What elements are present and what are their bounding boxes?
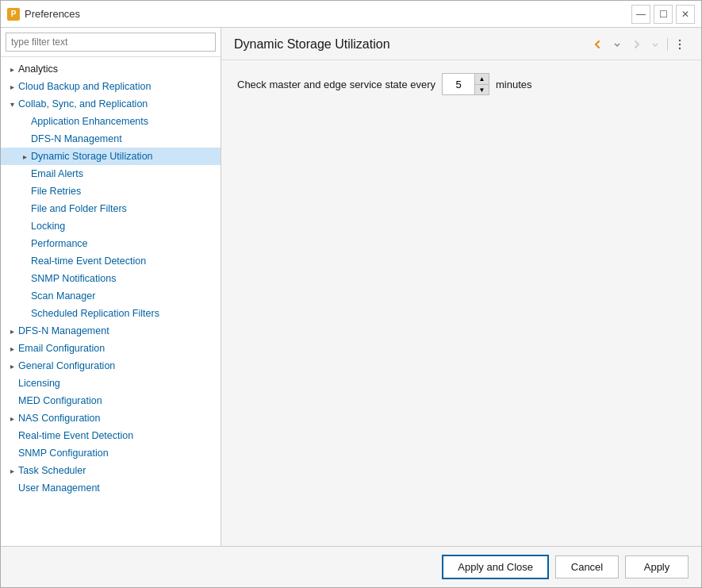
cancel-button[interactable]: Cancel xyxy=(555,555,619,578)
filter-input[interactable] xyxy=(6,33,216,52)
panel-header: Dynamic Storage Utilization xyxy=(221,28,701,60)
sidebar-item-label: Locking xyxy=(31,221,65,232)
sidebar-item-realtime-event-top[interactable]: Real-time Event Detection xyxy=(1,427,221,444)
sidebar-item-label: Scan Manager xyxy=(31,290,95,302)
close-button[interactable]: ✕ xyxy=(676,5,695,24)
sidebar-item-user-management[interactable]: User Management xyxy=(1,479,221,497)
spacer xyxy=(18,290,31,302)
sidebar-item-nas-config[interactable]: NAS Configuration xyxy=(1,409,221,427)
sidebar-item-dynamic-storage[interactable]: Dynamic Storage Utilization xyxy=(1,148,221,165)
preferences-window: P Preferences — ☐ ✕ Analytics C xyxy=(0,0,702,588)
arrow-icon xyxy=(6,359,18,372)
window-title: Preferences xyxy=(25,8,627,20)
window-controls: — ☐ ✕ xyxy=(631,5,695,24)
spinner-down-button[interactable]: ▼ xyxy=(474,84,489,94)
panel-body: Check master and edge service state ever… xyxy=(221,60,701,546)
menu-button[interactable] xyxy=(671,36,689,53)
arrow-icon xyxy=(6,80,18,93)
sidebar-item-snmp-notifications[interactable]: SNMP Notifications xyxy=(1,270,221,287)
spinner-buttons: ▲ ▼ xyxy=(474,74,489,94)
setting-label-before: Check master and edge service state ever… xyxy=(237,79,435,90)
sidebar-item-label: Collab, Sync, and Replication xyxy=(18,98,148,110)
sidebar-item-app-enhancements[interactable]: Application Enhancements xyxy=(1,113,221,130)
filter-wrap xyxy=(1,28,221,57)
sidebar-item-cloud-backup[interactable]: Cloud Backup and Replication xyxy=(1,78,221,95)
dropdown-arrow-icon xyxy=(613,40,621,48)
spacer xyxy=(18,272,31,285)
sidebar-item-email-config[interactable]: Email Configuration xyxy=(1,340,221,357)
sidebar-item-snmp-config[interactable]: SNMP Configuration xyxy=(1,444,221,462)
sidebar-item-label: Real-time Event Detection xyxy=(18,430,133,441)
spinner-up-button[interactable]: ▲ xyxy=(474,74,489,84)
sidebar-item-general-config[interactable]: General Configuration xyxy=(1,357,221,375)
sidebar-item-realtime-event[interactable]: Real-time Event Detection xyxy=(1,252,221,270)
sidebar-item-label: Email Configuration xyxy=(18,343,105,354)
spacer xyxy=(18,185,31,198)
minutes-spinner[interactable] xyxy=(443,74,474,94)
sidebar-item-label: Application Enhancements xyxy=(31,116,148,127)
arrow-icon xyxy=(6,325,18,337)
maximize-button[interactable]: ☐ xyxy=(654,5,673,24)
spacer xyxy=(18,237,31,250)
sidebar-item-scheduled-replication[interactable]: Scheduled Replication Filters xyxy=(1,305,221,322)
sidebar-item-file-retries[interactable]: File Retries xyxy=(1,183,221,200)
setting-label-after: minutes xyxy=(496,79,532,90)
sidebar-item-label: SNMP Notifications xyxy=(31,273,116,284)
title-bar: P Preferences — ☐ ✕ xyxy=(1,1,701,28)
spacer xyxy=(6,377,18,390)
tree: Analytics Cloud Backup and Replication C… xyxy=(1,57,221,546)
back-button[interactable] xyxy=(589,36,607,53)
arrow-icon xyxy=(6,342,18,355)
right-panel: Dynamic Storage Utilization xyxy=(221,28,701,546)
sidebar-item-med-config[interactable]: MED Configuration xyxy=(1,392,221,409)
minimize-button[interactable]: — xyxy=(631,5,650,24)
arrow-icon xyxy=(6,412,18,425)
sidebar-item-licensing[interactable]: Licensing xyxy=(1,375,221,392)
sidebar-item-collab-sync[interactable]: Collab, Sync, and Replication xyxy=(1,95,221,113)
svg-point-0 xyxy=(679,40,681,41)
svg-point-1 xyxy=(679,44,681,45)
app-icon: P xyxy=(7,8,20,21)
sidebar: Analytics Cloud Backup and Replication C… xyxy=(1,28,221,546)
sidebar-item-scan-manager[interactable]: Scan Manager xyxy=(1,287,221,305)
sidebar-item-locking[interactable]: Locking xyxy=(1,217,221,235)
forward-dropdown-button[interactable] xyxy=(646,36,664,53)
sidebar-item-label: NAS Configuration xyxy=(18,413,101,424)
arrow-icon xyxy=(6,98,18,110)
menu-icon xyxy=(674,39,685,50)
sidebar-item-label: Email Alerts xyxy=(31,168,83,179)
sidebar-item-dfs-n-mgmt-sub[interactable]: DFS-N Management xyxy=(1,130,221,148)
sidebar-item-label: Dynamic Storage Utilization xyxy=(31,151,153,162)
sidebar-item-label: Cloud Backup and Replication xyxy=(18,81,151,92)
sidebar-item-analytics[interactable]: Analytics xyxy=(1,60,221,78)
sidebar-item-file-folder-filters[interactable]: File and Folder Filters xyxy=(1,200,221,217)
svg-point-2 xyxy=(679,48,681,49)
forward-button[interactable] xyxy=(627,36,645,53)
sidebar-item-label: Scheduled Replication Filters xyxy=(31,308,159,319)
sidebar-item-label: General Configuration xyxy=(18,360,115,371)
sidebar-item-email-alerts[interactable]: Email Alerts xyxy=(1,165,221,183)
apply-close-button[interactable]: Apply and Close xyxy=(442,555,549,579)
sidebar-item-label: File and Folder Filters xyxy=(31,203,127,214)
sidebar-item-label: MED Configuration xyxy=(18,395,102,406)
sidebar-item-dfs-n-mgmt[interactable]: DFS-N Management xyxy=(1,322,221,340)
spacer xyxy=(6,447,18,459)
sidebar-item-label: File Retries xyxy=(31,186,81,197)
back-dropdown-button[interactable] xyxy=(608,36,626,53)
sidebar-item-label: Real-time Event Detection xyxy=(31,256,146,267)
forward-icon xyxy=(631,39,642,50)
spacer xyxy=(6,394,18,407)
main-content: Analytics Cloud Backup and Replication C… xyxy=(1,28,701,546)
dropdown-arrow-icon xyxy=(651,40,659,48)
spacer xyxy=(18,115,31,128)
toolbar-separator xyxy=(667,38,668,51)
sidebar-item-task-scheduler[interactable]: Task Scheduler xyxy=(1,462,221,479)
spacer xyxy=(6,482,18,494)
sidebar-item-performance[interactable]: Performance xyxy=(1,235,221,252)
arrow-icon xyxy=(6,464,18,477)
sidebar-item-label: Licensing xyxy=(18,378,60,389)
spacer xyxy=(18,202,31,215)
sidebar-item-label: DFS-N Management xyxy=(18,325,109,336)
spacer xyxy=(18,133,31,145)
apply-button[interactable]: Apply xyxy=(625,555,689,578)
